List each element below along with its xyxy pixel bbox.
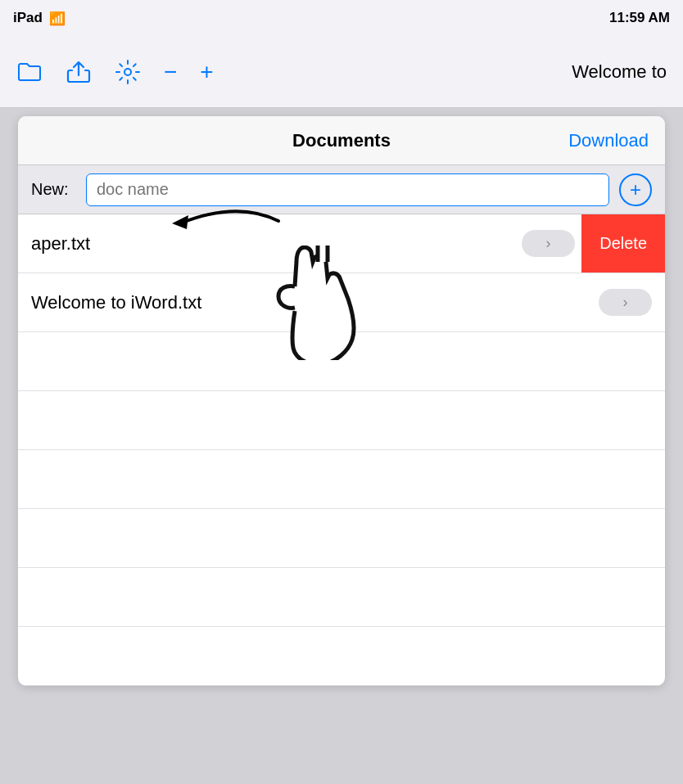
share-button[interactable] bbox=[66, 59, 92, 85]
doc-list: aper.txt › Delete Welcome to iWord.txt › bbox=[18, 214, 665, 686]
folder-button[interactable] bbox=[16, 59, 43, 85]
toolbar: − + Welcome to bbox=[0, 36, 683, 108]
doc-name-input[interactable] bbox=[86, 173, 609, 206]
chevron-icon-2: › bbox=[623, 294, 628, 311]
add-doc-button[interactable]: + bbox=[619, 173, 652, 206]
wifi-icon: 📶 bbox=[49, 11, 66, 26]
doc-toggle-2[interactable]: › bbox=[599, 289, 652, 316]
welcome-text: Welcome to bbox=[572, 61, 667, 83]
empty-row-1 bbox=[18, 332, 665, 391]
download-button[interactable]: Download bbox=[568, 130, 649, 151]
settings-button[interactable] bbox=[115, 59, 141, 85]
doc-name-1: aper.txt bbox=[31, 233, 522, 255]
document-panel: Documents Download New: + aper.txt › Del… bbox=[18, 116, 665, 686]
time-label: 11:59 AM bbox=[609, 10, 670, 26]
status-left: iPad 📶 bbox=[13, 10, 66, 26]
table-row: Welcome to iWord.txt › bbox=[18, 273, 665, 332]
status-bar: iPad 📶 11:59 AM bbox=[0, 0, 683, 36]
empty-row-4 bbox=[18, 509, 665, 568]
svg-point-0 bbox=[124, 69, 131, 75]
empty-row-2 bbox=[18, 391, 665, 450]
new-doc-row: New: + bbox=[18, 165, 665, 214]
doc-name-2: Welcome to iWord.txt bbox=[31, 292, 599, 313]
doc-toggle-1[interactable]: › bbox=[522, 230, 575, 257]
empty-row-3 bbox=[18, 450, 665, 509]
empty-row-5 bbox=[18, 568, 665, 627]
plus-button[interactable]: + bbox=[200, 59, 213, 85]
panel-header: Documents Download bbox=[18, 116, 665, 165]
device-label: iPad bbox=[13, 10, 43, 26]
minus-button[interactable]: − bbox=[164, 59, 177, 85]
main-content: Documents Download New: + aper.txt › Del… bbox=[0, 108, 683, 784]
table-row: aper.txt › Delete bbox=[18, 214, 665, 273]
new-label: New: bbox=[31, 180, 76, 199]
empty-row-6 bbox=[18, 627, 665, 686]
chevron-icon-1: › bbox=[546, 235, 551, 252]
delete-button-1[interactable]: Delete bbox=[581, 214, 665, 273]
panel-title: Documents bbox=[292, 130, 391, 151]
